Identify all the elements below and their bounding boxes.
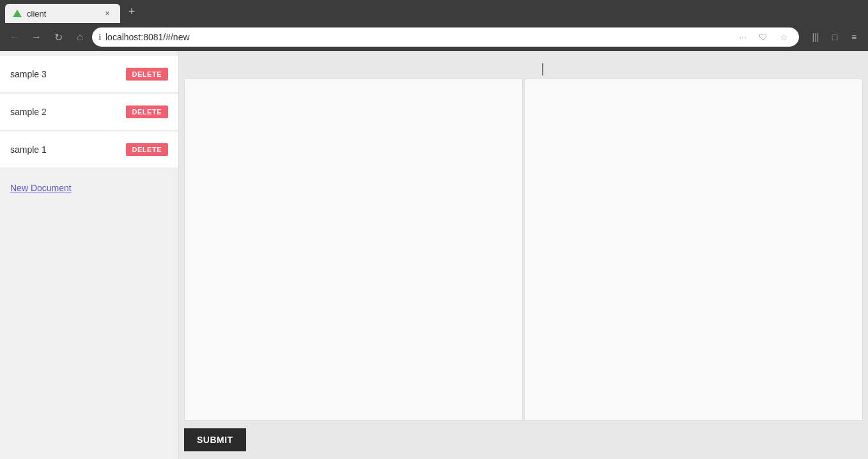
editor-panel-left[interactable] bbox=[184, 79, 523, 421]
browser-right-actions: ||| □ ≡ bbox=[807, 28, 863, 46]
browser-chrome: client × + ← → ↻ ⌂ ℹ localhost:8081/#/ne… bbox=[0, 0, 868, 459]
submit-area: SUBMIT bbox=[179, 421, 868, 459]
document-name: sample 1 bbox=[10, 144, 47, 155]
nav-bar: ← → ↻ ⌂ ℹ localhost:8081/#/new ··· 🛡 ☆ |… bbox=[0, 23, 868, 51]
delete-button-1[interactable]: DELETE bbox=[126, 105, 168, 118]
list-item: sample 1 DELETE bbox=[0, 132, 178, 168]
editor-panels bbox=[179, 79, 868, 421]
browser-tab[interactable]: client × bbox=[5, 4, 120, 23]
tab-title: client bbox=[27, 9, 97, 19]
new-tab-button[interactable]: + bbox=[123, 3, 141, 20]
list-item: sample 3 DELETE bbox=[0, 56, 178, 93]
more-button[interactable]: ··· bbox=[734, 28, 752, 46]
tab-favicon bbox=[13, 9, 22, 18]
address-text: localhost:8081/#/new bbox=[105, 32, 730, 42]
app-content: sample 3 DELETE sample 2 DELETE sample 1… bbox=[0, 51, 868, 459]
bookmark-button[interactable]: ☆ bbox=[775, 28, 793, 46]
editor-panel-right bbox=[524, 79, 863, 421]
forward-button[interactable]: → bbox=[27, 27, 46, 47]
delete-button-2[interactable]: DELETE bbox=[126, 143, 168, 156]
menu-button[interactable]: ≡ bbox=[845, 28, 863, 46]
home-button[interactable]: ⌂ bbox=[70, 27, 89, 47]
delete-button-0[interactable]: DELETE bbox=[126, 68, 168, 81]
tab-close-button[interactable]: × bbox=[102, 8, 112, 19]
tab-bar: client × + bbox=[0, 0, 868, 23]
back-button[interactable]: ← bbox=[5, 27, 24, 47]
address-lock-icon: ℹ bbox=[98, 33, 102, 42]
main-area: | SUBMIT bbox=[179, 51, 868, 459]
new-document-section: New Document bbox=[0, 172, 178, 204]
list-item: sample 2 DELETE bbox=[0, 94, 178, 130]
sidebar: sample 3 DELETE sample 2 DELETE sample 1… bbox=[0, 51, 179, 459]
document-name: sample 3 bbox=[10, 69, 47, 79]
cursor-indicator: | bbox=[541, 61, 544, 76]
reload-button[interactable]: ↻ bbox=[49, 27, 68, 47]
address-bar[interactable]: ℹ localhost:8081/#/new ··· 🛡 ☆ bbox=[92, 27, 799, 47]
document-name: sample 2 bbox=[10, 107, 47, 117]
new-document-link[interactable]: New Document bbox=[10, 183, 72, 193]
tracking-protection-icon[interactable]: 🛡 bbox=[754, 28, 772, 46]
editor-top: | bbox=[179, 56, 868, 76]
sidebar-toggle-button[interactable]: □ bbox=[826, 28, 844, 46]
submit-button[interactable]: SUBMIT bbox=[184, 428, 246, 451]
address-actions: ··· 🛡 ☆ bbox=[734, 28, 793, 46]
library-button[interactable]: ||| bbox=[807, 28, 825, 46]
